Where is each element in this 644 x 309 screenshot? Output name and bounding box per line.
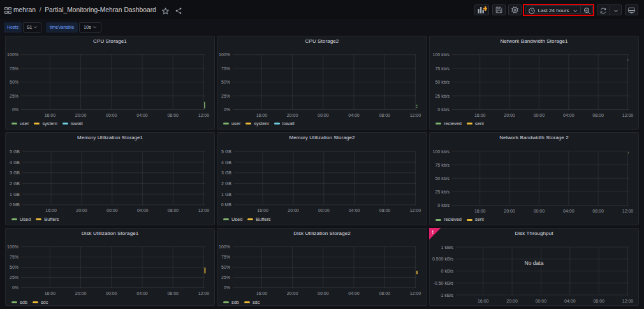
svg-text:0%: 0% bbox=[224, 285, 230, 290]
svg-text:4 GB: 4 GB bbox=[221, 160, 231, 165]
svg-text:-0.50 kB/s: -0.50 kB/s bbox=[433, 281, 453, 285]
svg-text:75 kb/s: 75 kb/s bbox=[435, 66, 450, 71]
svg-text:00:00: 00:00 bbox=[534, 209, 545, 213]
svg-text:75%: 75% bbox=[10, 255, 18, 259]
svg-text:12:00: 12:00 bbox=[198, 113, 210, 117]
svg-text:04:00: 04:00 bbox=[563, 209, 574, 213]
svg-text:3 GB: 3 GB bbox=[10, 170, 20, 175]
svg-text:00:00: 00:00 bbox=[318, 113, 329, 117]
svg-text:12:00: 12:00 bbox=[198, 291, 210, 296]
svg-text:16:00: 16:00 bbox=[478, 299, 489, 303]
svg-text:0.500 kB/s: 0.500 kB/s bbox=[432, 257, 454, 261]
svg-text:00:00: 00:00 bbox=[536, 299, 547, 303]
svg-text:16:00: 16:00 bbox=[45, 291, 56, 296]
svg-text:00:00: 00:00 bbox=[106, 208, 118, 213]
svg-text:12:00: 12:00 bbox=[410, 113, 421, 117]
svg-text:1 GB: 1 GB bbox=[10, 192, 20, 197]
svg-text:00:00: 00:00 bbox=[318, 208, 330, 213]
svg-text:25%: 25% bbox=[10, 275, 18, 280]
svg-text:1 GB: 1 GB bbox=[221, 192, 231, 197]
svg-text:50 kb/s: 50 kb/s bbox=[435, 176, 450, 181]
svg-text:0 MB: 0 MB bbox=[10, 202, 20, 207]
svg-text:75%: 75% bbox=[10, 66, 18, 71]
svg-text:75%: 75% bbox=[221, 255, 230, 259]
svg-text:12:00: 12:00 bbox=[622, 299, 634, 303]
svg-text:12:00: 12:00 bbox=[410, 291, 421, 296]
svg-text:16:00: 16:00 bbox=[45, 113, 56, 117]
svg-text:100 kb/s: 100 kb/s bbox=[433, 52, 450, 57]
svg-text:04:00: 04:00 bbox=[136, 291, 148, 296]
svg-text:20:00: 20:00 bbox=[75, 291, 87, 296]
svg-text:0 kB/s: 0 kB/s bbox=[441, 269, 454, 273]
svg-text:25%: 25% bbox=[10, 94, 18, 98]
svg-text:04:00: 04:00 bbox=[348, 291, 360, 296]
svg-text:04:00: 04:00 bbox=[349, 208, 360, 213]
svg-text:20:00: 20:00 bbox=[504, 113, 515, 117]
svg-text:20:00: 20:00 bbox=[287, 113, 298, 117]
svg-text:00:00: 00:00 bbox=[318, 291, 329, 296]
svg-text:3 GB: 3 GB bbox=[221, 170, 231, 175]
svg-text:20:00: 20:00 bbox=[288, 208, 299, 213]
svg-text:08:00: 08:00 bbox=[379, 208, 391, 213]
svg-text:25%: 25% bbox=[221, 275, 230, 280]
svg-text:20:00: 20:00 bbox=[76, 208, 87, 213]
svg-text:08:00: 08:00 bbox=[379, 113, 390, 117]
svg-text:04:00: 04:00 bbox=[137, 208, 149, 213]
svg-text:75%: 75% bbox=[221, 66, 230, 71]
svg-text:04:00: 04:00 bbox=[348, 113, 360, 117]
svg-text:20:00: 20:00 bbox=[506, 299, 518, 303]
svg-text:100%: 100% bbox=[7, 52, 18, 57]
svg-text:16:00: 16:00 bbox=[45, 208, 57, 213]
svg-text:100%: 100% bbox=[7, 245, 18, 249]
svg-text:04:00: 04:00 bbox=[564, 299, 576, 303]
svg-text:12:00: 12:00 bbox=[410, 208, 421, 213]
svg-text:100%: 100% bbox=[219, 52, 230, 57]
svg-text:12:00: 12:00 bbox=[622, 113, 634, 117]
svg-text:5 GB: 5 GB bbox=[221, 149, 231, 154]
svg-text:00:00: 00:00 bbox=[106, 291, 117, 296]
svg-text:0%: 0% bbox=[12, 107, 18, 112]
svg-text:20:00: 20:00 bbox=[287, 291, 298, 296]
svg-text:No data: No data bbox=[524, 260, 543, 266]
svg-text:75 kb/s: 75 kb/s bbox=[435, 163, 450, 167]
svg-text:25%: 25% bbox=[221, 94, 230, 98]
svg-text:!: ! bbox=[432, 229, 434, 235]
svg-text:08:00: 08:00 bbox=[167, 113, 179, 117]
svg-text:00:00: 00:00 bbox=[534, 113, 545, 117]
svg-text:50%: 50% bbox=[10, 265, 18, 269]
svg-text:16:00: 16:00 bbox=[474, 113, 486, 117]
svg-text:0 kb/s: 0 kb/s bbox=[437, 107, 450, 112]
svg-text:16:00: 16:00 bbox=[474, 209, 486, 213]
svg-text:50%: 50% bbox=[221, 80, 230, 84]
svg-text:12:00: 12:00 bbox=[622, 209, 634, 213]
svg-text:4 GB: 4 GB bbox=[10, 160, 20, 165]
svg-text:00:00: 00:00 bbox=[106, 113, 117, 117]
svg-text:16:00: 16:00 bbox=[256, 291, 268, 296]
svg-text:0%: 0% bbox=[12, 285, 18, 290]
svg-text:08:00: 08:00 bbox=[593, 299, 604, 303]
svg-text:25 kb/s: 25 kb/s bbox=[435, 94, 450, 98]
svg-text:08:00: 08:00 bbox=[592, 209, 604, 213]
svg-text:0%: 0% bbox=[224, 107, 230, 112]
svg-text:0 MB: 0 MB bbox=[221, 202, 232, 207]
svg-text:50 kb/s: 50 kb/s bbox=[435, 80, 450, 84]
svg-text:04:00: 04:00 bbox=[136, 113, 148, 117]
svg-text:50%: 50% bbox=[10, 80, 18, 84]
svg-text:16:00: 16:00 bbox=[257, 208, 268, 213]
svg-text:25 kb/s: 25 kb/s bbox=[435, 190, 450, 194]
svg-text:08:00: 08:00 bbox=[379, 291, 390, 296]
svg-text:04:00: 04:00 bbox=[563, 113, 574, 117]
svg-text:0 kb/s: 0 kb/s bbox=[437, 203, 450, 207]
svg-text:16:00: 16:00 bbox=[256, 113, 268, 117]
svg-text:5 GB: 5 GB bbox=[10, 149, 20, 154]
svg-text:08:00: 08:00 bbox=[168, 208, 179, 213]
svg-text:08:00: 08:00 bbox=[592, 113, 604, 117]
svg-text:20:00: 20:00 bbox=[504, 209, 515, 213]
svg-text:100%: 100% bbox=[219, 245, 230, 249]
svg-text:50%: 50% bbox=[221, 265, 230, 269]
svg-text:2 GB: 2 GB bbox=[221, 181, 231, 186]
svg-text:100 kb/s: 100 kb/s bbox=[433, 149, 450, 154]
svg-text:20:00: 20:00 bbox=[75, 113, 87, 117]
svg-text:12:00: 12:00 bbox=[198, 208, 210, 213]
svg-text:08:00: 08:00 bbox=[167, 291, 179, 296]
